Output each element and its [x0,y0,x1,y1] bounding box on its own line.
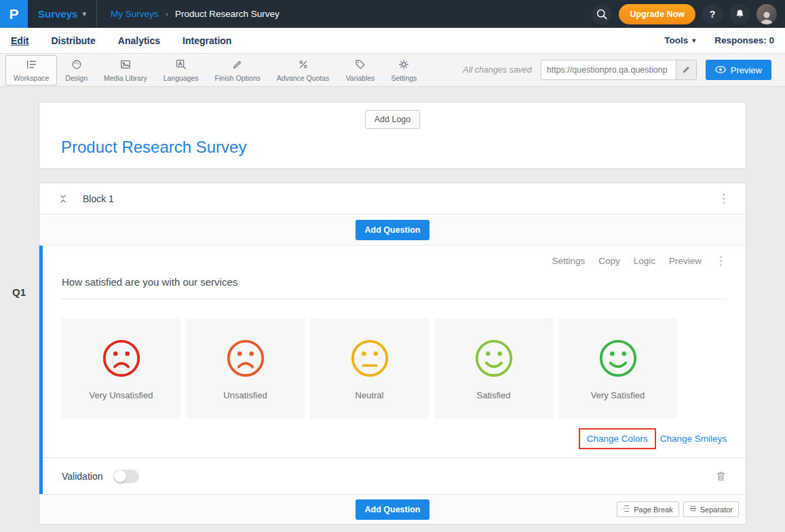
question-settings-link[interactable]: Settings [552,256,585,266]
smiley-option-very-unsatisfied[interactable]: Very Unsatisfied [62,318,180,419]
toolbar-item-workspace[interactable]: Workspace [5,55,57,86]
smiley-links-row: Change Colors Change Smileys [62,428,727,449]
toolbar-item-settings[interactable]: Settings [383,55,425,86]
smiley-option-label: Very Unsatisfied [90,390,153,400]
delete-question-trash-icon[interactable] [715,470,727,482]
page-break-icon [623,505,630,514]
toolbar-item-label: Workspace [14,74,49,82]
nav-tabs: Edit Distribute Analytics Integration [11,35,231,46]
survey-url-input[interactable]: https://questionpro.qa.questionp [541,60,676,79]
frown-smiley-icon [225,337,267,379]
edit-url-pencil-icon[interactable] [676,60,696,79]
block-footer: Add Question Page Break Separator [39,494,746,524]
toolbar-item-media-library[interactable]: Media Library [96,55,155,86]
neutral-smiley-icon [349,337,391,379]
validation-toggle[interactable] [113,470,139,483]
user-avatar[interactable] [757,4,777,24]
upgrade-now-button[interactable]: Upgrade Now [619,4,695,24]
smile-smiley-icon [597,337,639,379]
breadcrumb-my-surveys[interactable]: My Surveys [111,9,159,19]
toolbar-right: All changes saved https://questionpro.qa… [463,60,780,80]
question-actions: Settings Copy Logic Preview ⋮ [62,255,727,267]
question-copy-link[interactable]: Copy [598,256,620,266]
gear-icon [398,58,410,72]
editor-content: Add Logo Product Research Survey Block 1… [0,87,785,525]
tools-label: Tools [664,35,688,45]
block-menu-dots-icon[interactable]: ⋮ [718,193,732,204]
tab-edit[interactable]: Edit [11,35,28,46]
translate-icon [175,58,187,72]
smile-smiley-icon [473,337,515,379]
block-header: Block 1 ⋮ [39,183,746,214]
tools-menu[interactable]: Tools ▾ [664,35,695,45]
tab-integration[interactable]: Integration [183,35,231,46]
toolbar-item-design[interactable]: Design [57,55,96,86]
question-logic-link[interactable]: Logic [634,256,655,266]
survey-title[interactable]: Product Research Survey [61,138,246,157]
survey-header-card: Add Logo Product Research Survey [39,102,746,169]
page-break-label: Page Break [634,506,672,514]
workspace-icon [25,58,37,72]
question-section: Q1 Settings Copy Logic Preview ⋮ How sat… [39,246,746,494]
eye-icon [715,65,726,75]
tag-icon [354,58,366,72]
footer-right-buttons: Page Break Separator [617,501,739,517]
toggle-knob [114,470,126,482]
change-smileys-link[interactable]: Change Smileys [660,434,727,444]
toolbar-item-finish-options[interactable]: Finish Options [207,55,269,86]
toolbar-item-label: Settings [391,74,417,82]
pencil-brush-icon [231,58,244,72]
smiley-option-label: Very Satisfied [591,390,645,400]
autosave-status: All changes saved [463,65,531,75]
add-logo-button[interactable]: Add Logo [365,110,421,129]
change-colors-link[interactable]: Change Colors [587,434,648,444]
question-preview-link[interactable]: Preview [669,256,702,266]
smiley-option-very-satisfied[interactable]: Very Satisfied [558,318,677,419]
smiley-options-row: Very Unsatisfied Unsatisf [62,318,727,419]
frown-smiley-icon [100,337,142,379]
question-mark-glyph: ? [710,9,716,20]
tab-distribute[interactable]: Distribute [51,35,95,46]
smiley-option-satisfied[interactable]: Satisfied [434,318,553,419]
smiley-option-label: Unsatisfied [223,390,267,400]
smiley-option-neutral[interactable]: Neutral [310,318,429,419]
divider [96,0,97,28]
question-number: Q1 [12,286,26,298]
toolbar-item-label: Finish Options [215,74,261,82]
image-icon [119,58,132,72]
add-question-strip-top: Add Question [39,214,746,246]
breadcrumb-separator: › [165,9,168,19]
separator-button[interactable]: Separator [683,501,739,517]
add-question-button-bottom[interactable]: Add Question [356,499,430,520]
toolbar-item-advance-quotas[interactable]: Advance Quotas [269,55,338,86]
toolbar-item-variables[interactable]: Variables [337,55,383,86]
topbar-actions: Upgrade Now ? [592,4,785,24]
question-text[interactable]: How satisfied are you with our services [62,276,727,299]
change-colors-highlight-box: Change Colors [579,428,656,449]
question-menu-dots-icon[interactable]: ⋮ [715,255,727,267]
notifications-bell-icon[interactable] [729,4,750,24]
smiley-option-label: Satisfied [477,390,511,400]
product-switcher-label: Surveys [38,8,77,20]
toolbar-item-languages[interactable]: Languages [155,55,207,86]
survey-url-box: https://questionpro.qa.questionp [541,60,697,80]
toolbar-item-label: Advance Quotas [277,74,330,82]
toolbar-item-label: Media Library [104,74,147,82]
product-switcher[interactable]: Surveys ▾ [28,8,96,20]
collapse-block-icon[interactable] [58,194,68,204]
questionpro-logo[interactable]: P [0,0,28,28]
survey-nav-bar: Edit Distribute Analytics Integration To… [0,28,785,54]
help-icon[interactable]: ? [702,4,723,24]
search-icon[interactable] [592,4,612,24]
smiley-option-unsatisfied[interactable]: Unsatisfied [186,318,305,419]
block-title[interactable]: Block 1 [83,193,114,204]
preview-button[interactable]: Preview [706,60,771,80]
add-question-button-top[interactable]: Add Question [356,220,430,240]
nav-right: Tools ▾ Responses: 0 [664,35,774,45]
responses-count[interactable]: Responses: 0 [714,35,774,45]
tab-analytics[interactable]: Analytics [118,35,160,46]
page-break-button[interactable]: Page Break [617,501,678,517]
chevron-down-icon: ▾ [82,10,86,18]
breadcrumb-current-survey: Product Research Survey [175,9,280,19]
validation-label: Validation [62,471,102,482]
